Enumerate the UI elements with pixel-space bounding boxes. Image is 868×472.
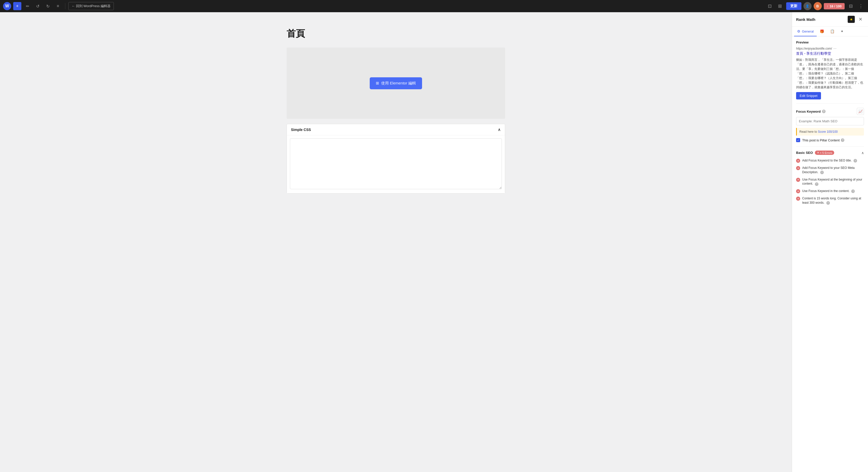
errors-badge: ✕ × 5 Errors [815,151,834,155]
preview-section: Preview https://enjoyactionlife.com/ ⋯ 首… [796,40,864,99]
simple-css-section: Simple CSS ∧ [287,124,505,194]
toolbar-right: ⊡ ⊞ 更新 👤 B ↑ 16 / 100 ⊟ ⋮ [766,2,865,10]
pillar-label-text: This post is Pillar Content [802,138,840,142]
preview-page-title[interactable]: 首頁 - 享生活行動學堂 [796,51,864,56]
seo-item-4-error-icon: ✕ [796,189,800,193]
focus-keyword-input[interactable] [796,117,864,125]
simple-css-header[interactable]: Simple CSS ∧ [287,124,505,135]
simple-css-chevron-icon: ∧ [498,127,501,132]
score-100-link[interactable]: Score 100/100 [818,130,838,134]
advanced-tab-icon: ✦ [841,29,844,33]
basic-seo-chevron-icon: ∧ [861,151,864,155]
read-here-text: Read here to [799,130,818,134]
seo-item-3-error-icon: ✕ [796,178,800,182]
close-sidebar-button[interactable]: ✕ [857,16,864,23]
tab-schema[interactable]: 📋 [827,27,838,36]
preview-url-options[interactable]: ⋯ [833,47,836,50]
redo-button[interactable]: ↻ [44,2,52,10]
back-label: ← 回到 WordPress 編輯器 [72,4,111,8]
seo-item-1-help-icon[interactable]: ? [854,159,857,163]
sidebar-header-actions: ★ ✕ [848,16,864,23]
basic-seo-left: Basic SEO ✕ × 5 Errors [796,151,834,155]
page-title: 首頁 [287,27,505,40]
sidebar-title: Rank Math [796,17,815,22]
star-button[interactable]: ★ [848,16,855,23]
score-arrow-icon: ↑ [827,4,829,8]
list-view-button[interactable]: ≡ [54,2,62,10]
social-tab-icon: 🎁 [820,29,824,33]
read-here-bar: Read here to Score 100/100 [796,128,864,136]
pillar-content-row: ✓ This post is Pillar Content ? [796,138,864,142]
editor-area: 首頁 ⊞ 使用 Elementor 編輯 Simple CSS ∧ [0,12,792,472]
simple-css-body [287,135,505,193]
seo-item-4-text: Use Focus Keyword in the content. ? [802,189,864,193]
rank-math-sidebar: Rank Math ★ ✕ ⚙ General 🎁 📋 ✦ [792,12,868,472]
focus-keyword-info-icon[interactable]: ? [822,110,826,113]
sidebar-body: Preview https://enjoyactionlife.com/ ⋯ 首… [792,36,868,472]
seo-item-4: ✕ Use Focus Keyword in the content. ? [796,187,864,195]
focus-keyword-header: Focus Keyword ? 📈 [796,108,864,115]
basic-seo-header[interactable]: Basic SEO ✕ × 5 Errors ∧ [796,151,864,155]
seo-item-2: ✕ Add Focus Keyword to your SEO Meta Des… [796,164,864,176]
seo-items-list: ✕ Add Focus Keyword to the SEO title. ? … [796,157,864,206]
more-options-button[interactable]: ⋮ [857,2,865,10]
sidebar-toggle-button[interactable]: ⊟ [847,2,855,10]
edit-snippet-button[interactable]: Edit Snippet [796,92,821,99]
sidebar-tabs: ⚙ General 🎁 📋 ✦ [792,27,868,36]
add-block-button[interactable]: + [13,2,21,10]
focus-keyword-section: Focus Keyword ? 📈 Read here to Score 100… [796,108,864,142]
section-divider-1 [796,104,864,104]
simple-css-title: Simple CSS [291,128,311,132]
general-tab-label: General [802,30,814,33]
elementor-btn-label: 使用 Elementor 編輯 [381,81,416,86]
focus-keyword-title: Focus Keyword [796,110,821,113]
preview-description: 猶如：對我而言，「享生活」一個字形容就是「道」，因為在遵著自己的道，過著自己喜歡… [796,57,864,90]
basic-seo-title: Basic SEO [796,151,813,155]
basic-seo-section: Basic SEO ✕ × 5 Errors ∧ ✕ Add Focus Key… [796,151,864,206]
seo-item-3-help-icon[interactable]: ? [815,182,818,186]
seo-item-5: ✕ Content is 15 words long. Consider usi… [796,195,864,206]
wp-logo: W [3,2,11,10]
sidebar-header: Rank Math ★ ✕ [792,12,868,27]
seo-item-3: ✕ Use Focus Keyword at the beginning of … [796,176,864,188]
update-button[interactable]: 更新 [786,2,801,10]
tab-social[interactable]: 🎁 [817,27,827,36]
rank-score-button[interactable]: ↑ 16 / 100 [824,3,845,9]
seo-item-4-help-icon[interactable]: ? [851,189,855,193]
pillar-info-icon[interactable]: ? [841,138,844,142]
edit-icon-button[interactable]: ✏ [23,2,32,10]
css-textarea[interactable] [290,138,502,189]
page-title-area: 首頁 [287,22,505,48]
editor-block[interactable]: ⊞ 使用 Elementor 編輯 [287,48,505,119]
external-link-button[interactable]: ⊞ [776,2,784,10]
back-to-wordpress-button[interactable]: ← 回到 WordPress 編輯器 [68,2,114,10]
preview-url-row: https://enjoyactionlife.com/ ⋯ [796,47,864,50]
elementor-icon: ⊞ [376,81,379,85]
seo-item-2-help-icon[interactable]: ? [820,171,824,174]
pillar-content-label: This post is Pillar Content ? [802,138,844,142]
trend-button[interactable]: 📈 [857,108,864,115]
seo-item-5-text: Content is 15 words long. Consider using… [802,196,864,205]
seo-item-2-error-icon: ✕ [796,166,800,170]
user-avatar: 👤 [803,2,812,10]
general-tab-icon: ⚙ [797,29,800,33]
preview-url-text: https://enjoyactionlife.com/ [796,47,832,50]
seo-item-5-error-icon: ✕ [796,197,800,201]
preview-icon-button[interactable]: ⊡ [766,2,774,10]
toolbar: W + ✏ ↺ ↻ ≡ ← 回到 WordPress 編輯器 ⊡ ⊞ 更新 👤 … [0,0,868,12]
errors-count-text: × 5 Errors [820,151,832,154]
editor-content: 首頁 ⊞ 使用 Elementor 編輯 Simple CSS ∧ [287,22,505,194]
tab-advanced[interactable]: ✦ [838,27,847,36]
elementor-edit-button[interactable]: ⊞ 使用 Elementor 編輯 [370,77,422,89]
focus-keyword-label: Focus Keyword ? [796,110,826,113]
seo-item-3-text: Use Focus Keyword at the beginning of yo… [802,178,864,186]
undo-button[interactable]: ↺ [34,2,42,10]
pillar-content-checkbox[interactable]: ✓ [796,138,800,142]
user-badge: B [814,2,822,10]
seo-item-1-error-icon: ✕ [796,159,800,163]
toolbar-divider [65,3,65,9]
seo-item-5-help-icon[interactable]: ? [826,201,830,205]
tab-general[interactable]: ⚙ General [794,27,817,36]
main-layout: 首頁 ⊞ 使用 Elementor 編輯 Simple CSS ∧ [0,12,868,472]
errors-x-icon: ✕ [817,151,819,154]
